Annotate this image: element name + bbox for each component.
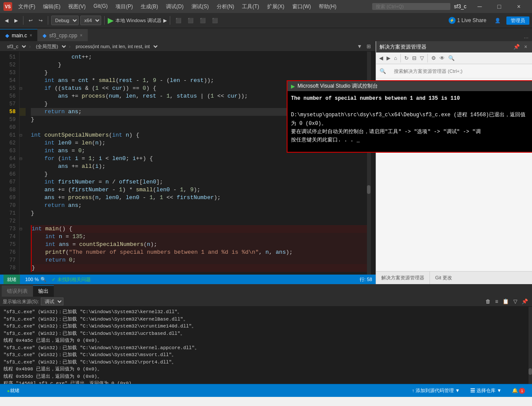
search-input[interactable]	[372, 3, 450, 10]
scrollbar-thumb[interactable]	[367, 185, 370, 194]
tab-main-c-close[interactable]: ×	[30, 33, 32, 38]
no-issues-label: 未找到相关问题	[57, 276, 91, 283]
menu-build[interactable]: 生成(B)	[137, 2, 162, 11]
redo-button[interactable]: ↪	[36, 17, 45, 24]
fold-61[interactable]: ⊟	[20, 131, 26, 139]
tab-overflow-button[interactable]: ⋯	[520, 36, 532, 41]
minimize-button[interactable]: ─	[470, 0, 489, 13]
output-copy-btn[interactable]: 📋	[501, 298, 510, 305]
tab-main-c[interactable]: ◆ main.c ×	[0, 29, 37, 41]
tab-sf3-cpp-label: sf3_cpp.cpp	[49, 33, 77, 39]
menu-edit[interactable]: 编辑(E)	[40, 2, 64, 11]
tab-sf3-cpp-close[interactable]: ×	[80, 33, 83, 38]
debug-mode-dropdown[interactable]: Debug	[51, 16, 79, 25]
se-search-icon: 🔍	[380, 68, 386, 74]
profile-button[interactable]: 👤	[492, 17, 503, 24]
menu-tools[interactable]: 工具(T)	[238, 2, 262, 11]
se-collapse-btn[interactable]: ⊟	[411, 54, 418, 62]
se-filter-btn[interactable]: ▽	[419, 54, 425, 62]
bottom-left: ● 就绪	[3, 384, 23, 397]
menu-help[interactable]: 帮助(H)	[315, 2, 340, 11]
output-scrollbar[interactable]	[529, 307, 532, 384]
se-sep2	[427, 54, 428, 62]
breadcrumb-collapse[interactable]: ▼	[356, 43, 363, 50]
output-source-select[interactable]: 调试	[41, 298, 63, 305]
close-button[interactable]: ×	[509, 0, 529, 13]
add-to-source-button[interactable]: ↑ 添加到源代码管理 ▼	[409, 384, 464, 397]
se-pin-button[interactable]: 📌	[512, 43, 521, 51]
forward-button[interactable]: ▶	[12, 17, 20, 24]
function-selector[interactable]: process(int num, int len, int rest, int …	[72, 43, 159, 50]
platform-dropdown[interactable]: x64	[80, 16, 101, 25]
notification-icon: 🔔	[512, 388, 518, 393]
manage-button[interactable]: 管理员	[506, 16, 529, 25]
tab-sf3-cpp[interactable]: ◆ sf3_cpp.cpp ×	[37, 29, 88, 41]
toolbar-misc-btn2[interactable]: ⬛	[185, 17, 196, 24]
output-pin-btn[interactable]: 📌	[520, 298, 529, 305]
output-line-2: "sf3_c.exe" (Win32)：已加载 "C:\Windows\Syst…	[3, 323, 525, 330]
menu-file[interactable]: 文件(F)	[15, 2, 39, 11]
se-refresh-btn[interactable]: ↻	[403, 54, 410, 62]
zoom-icon: 🔍	[40, 277, 46, 282]
se-home-btn[interactable]: ⌂	[393, 54, 398, 62]
ready-icon: ●	[7, 388, 10, 393]
file-selector[interactable]: sf3_c	[3, 43, 27, 50]
select-repo-button[interactable]: ☰ 选择仓库 ▼	[467, 384, 505, 397]
live-share-button[interactable]: ⚡ 1 Live Share	[446, 16, 489, 25]
se-solution-tab[interactable]: 解决方案资源管理器	[376, 272, 430, 284]
se-search-input[interactable]	[391, 68, 525, 75]
output-line-1: "sf3_c.exe" (Win32)：已加载 "C:\Windows\Syst…	[3, 316, 525, 323]
toolbar-misc-btn3[interactable]: ⬛	[198, 17, 208, 24]
undo-button[interactable]: ↩	[26, 17, 35, 24]
fold-55[interactable]: ⊟	[20, 85, 26, 92]
menu-git[interactable]: Git(G)	[90, 2, 111, 11]
toolbar-misc-btn4[interactable]: ⬛	[210, 17, 220, 24]
fold-64[interactable]: ⊟	[20, 155, 26, 163]
maximize-button[interactable]: □	[489, 0, 509, 13]
notification-button[interactable]: 🔔 1	[509, 384, 529, 397]
menu-debug[interactable]: 调试(D)	[162, 2, 187, 11]
code-line-66: }	[31, 170, 367, 178]
se-forward-btn[interactable]: ▶	[385, 54, 392, 62]
run-label: 本地 Windows 调试器	[116, 17, 162, 24]
output-tab[interactable]: 输出	[33, 285, 54, 297]
se-toolbar: ◀ ▶ ⌂ ↻ ⊟ ▽ ⚙ 👁 🔍	[376, 52, 532, 64]
bottom-status-bar: ● 就绪 ↑ 添加到源代码管理 ▼ ☰ 选择仓库 ▼ 🔔 1	[0, 384, 532, 397]
errors-tab[interactable]: 错误列表	[2, 285, 33, 297]
output-content: "sf3_c.exe" (Win32)：已加载 "C:\Windows\Syst…	[0, 307, 529, 384]
run-button[interactable]: ▶ 本地 Windows 调试器 ▶	[108, 16, 167, 25]
se-back-btn[interactable]: ◀	[378, 54, 384, 62]
menu-bar[interactable]: 文件(F) 编辑(E) 视图(V) Git(G) 项目(P) 生成(B) 调试(…	[15, 2, 372, 11]
menu-view[interactable]: 视图(V)	[65, 2, 89, 11]
breadcrumb-split[interactable]: ⊞	[365, 43, 372, 50]
se-view-btn[interactable]: 👁	[438, 54, 446, 62]
se-settings-btn[interactable]: ⚙	[430, 54, 437, 62]
console-content: The number of special numbers between 1 …	[287, 91, 532, 152]
toolbar-sep-2	[48, 16, 48, 25]
back-button[interactable]: ◀	[3, 17, 10, 24]
se-git-tab[interactable]: Git 更改	[430, 272, 457, 284]
status-line: 行: 58	[360, 276, 372, 283]
output-scrollbar-thumb[interactable]	[529, 368, 532, 375]
window-controls: ─ □ ×	[470, 0, 529, 13]
run-icon: ▶	[108, 16, 114, 25]
se-close-button[interactable]: ×	[523, 43, 529, 51]
output-filter-btn[interactable]: ▽	[512, 298, 519, 305]
se-search-toggle[interactable]: 🔍	[447, 54, 456, 62]
menu-window[interactable]: 窗口(W)	[289, 2, 314, 11]
scope-selector[interactable]: (全局范围)	[33, 43, 67, 50]
menu-project[interactable]: 项目(P)	[112, 2, 136, 11]
output-line-9: 线程 0x55do 已退出，返回值为 0 (0x0)。	[3, 373, 525, 380]
menu-analyze[interactable]: 分析(N)	[213, 2, 238, 11]
ready-status[interactable]: ● 就绪	[3, 384, 23, 397]
toolbar-misc-btn[interactable]: ⬛	[173, 17, 184, 24]
select-repo-label: ☰ 选择仓库 ▼	[470, 387, 502, 394]
errors-tab-label: 错误列表	[7, 288, 28, 294]
fold-73[interactable]: ⊟	[20, 225, 26, 233]
menu-test[interactable]: 测试(S)	[188, 2, 212, 11]
code-line-53: }	[31, 69, 367, 77]
output-wrap-btn[interactable]: ≡	[494, 298, 499, 305]
code-line-78: }	[31, 264, 367, 272]
menu-extensions[interactable]: 扩展(X)	[264, 2, 288, 11]
output-clear-btn[interactable]: 🗑	[484, 298, 492, 305]
